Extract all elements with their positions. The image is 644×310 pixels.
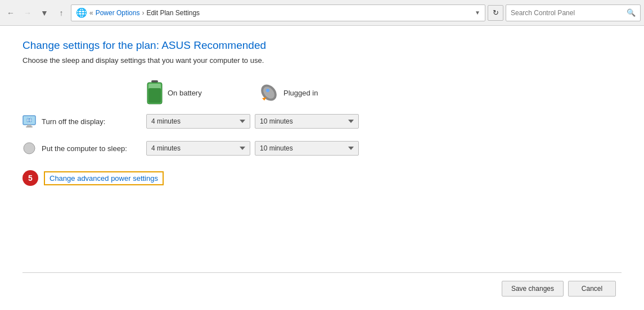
save-changes-button[interactable]: Save changes: [502, 281, 564, 297]
breadcrumb: « Power Options › Edit Plan Settings: [89, 9, 472, 17]
svg-rect-9: [26, 126, 33, 127]
plugged-icon: [259, 83, 279, 103]
address-bar: 🌐 « Power Options › Edit Plan Settings ▼: [71, 4, 485, 21]
turn-off-display-plugged-select[interactable]: 1 minute2 minutes3 minutes 4 minutes5 mi…: [255, 114, 359, 129]
moon-icon: [22, 142, 36, 155]
plugged-column-header: Plugged in: [259, 83, 371, 103]
svg-rect-0: [151, 80, 158, 83]
sleep-label-area: Put the computer to sleep:: [22, 142, 146, 155]
sleep-label: Put the computer to sleep:: [42, 144, 127, 153]
breadcrumb-power-options[interactable]: Power Options: [96, 9, 140, 17]
forward-button[interactable]: →: [20, 6, 35, 20]
toolbar: ← → ▼ ↑ 🌐 « Power Options › Edit Plan Se…: [0, 0, 644, 26]
svg-point-13: [24, 143, 35, 154]
footer-bar: Save changes Cancel: [22, 272, 622, 297]
battery-label: On battery: [168, 89, 202, 97]
address-globe-icon: 🌐: [76, 7, 87, 18]
breadcrumb-arrow: ›: [142, 9, 144, 17]
column-headers: On battery Plugged in: [146, 80, 622, 105]
recent-locations-button[interactable]: ▼: [37, 6, 52, 20]
breadcrumb-sep: «: [89, 9, 93, 17]
turn-off-display-label-area: Turn off the display:: [22, 115, 146, 128]
sleep-plugged-select[interactable]: 1 minute2 minutes3 minutes 4 minutes5 mi…: [255, 141, 359, 156]
turn-off-display-row: Turn off the display: 4 minutes 1 minute…: [22, 114, 622, 129]
monitor-icon: [22, 115, 36, 127]
advanced-power-settings-link[interactable]: Change advanced power settings: [44, 171, 164, 185]
search-input[interactable]: [511, 9, 624, 17]
svg-point-6: [266, 89, 269, 92]
plugged-label: Plugged in: [283, 89, 318, 97]
sleep-icon: [22, 142, 36, 155]
refresh-button[interactable]: ↻: [488, 5, 503, 21]
main-content: Change settings for the plan: ASUS Recom…: [0, 26, 644, 310]
sleep-battery-select[interactable]: 1 minute2 minutes3 minutes 4 minutes5 mi…: [146, 141, 250, 156]
sleep-row: Put the computer to sleep: 1 minute2 min…: [22, 141, 622, 156]
advanced-link-area: 5 Change advanced power settings: [22, 170, 622, 186]
svg-rect-3: [148, 88, 161, 103]
page-subtitle: Choose the sleep and display settings th…: [22, 56, 622, 65]
display-icon: [22, 115, 36, 128]
cancel-button[interactable]: Cancel: [568, 281, 616, 297]
breadcrumb-current: Edit Plan Settings: [146, 9, 200, 17]
search-bar: 🔍: [506, 4, 641, 21]
battery-column-header: On battery: [146, 80, 259, 105]
back-button[interactable]: ←: [3, 6, 18, 20]
turn-off-display-battery-select[interactable]: 4 minutes 1 minute2 minutes3 minutes 4 m…: [146, 114, 250, 129]
page-title: Change settings for the plan: ASUS Recom…: [22, 39, 622, 52]
step-badge: 5: [22, 170, 38, 186]
search-icon: 🔍: [627, 8, 636, 17]
up-button[interactable]: ↑: [54, 6, 69, 20]
battery-icon: [146, 80, 163, 105]
address-dropdown-button[interactable]: ▼: [475, 10, 480, 16]
turn-off-display-label: Turn off the display:: [42, 117, 105, 126]
svg-rect-8: [27, 125, 31, 126]
